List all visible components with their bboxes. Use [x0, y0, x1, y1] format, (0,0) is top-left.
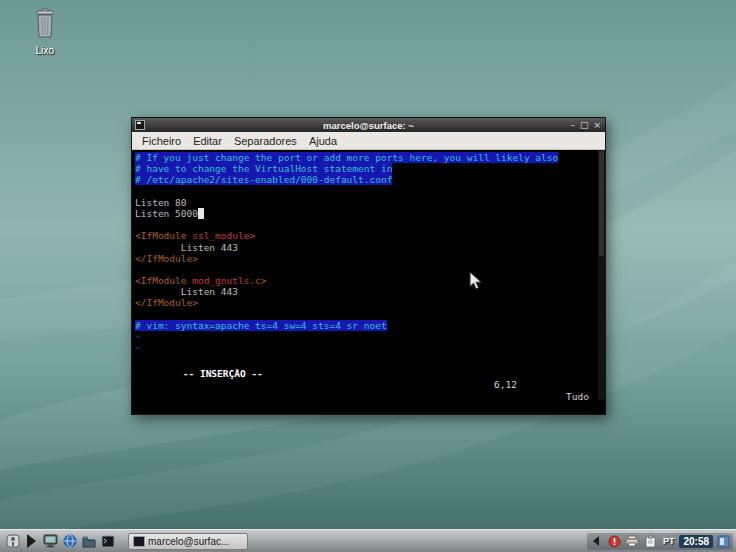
maximize-button[interactable]: □ [580, 118, 589, 132]
terminal-text-segment: mod_gnutls.c [192, 275, 261, 286]
terminal-text-segment: Listen 5000 [135, 208, 198, 219]
vim-scroll-indicator: Tudo [566, 391, 589, 402]
show-desktop-icon[interactable] [23, 533, 40, 550]
show-desktop-triangle [27, 534, 36, 548]
terminal-text-segment: > [261, 275, 267, 286]
terminal-launcher-icon[interactable] [99, 533, 116, 550]
terminal-line: <IfModule mod_gnutls.c> [135, 275, 605, 286]
terminal-line [135, 219, 605, 230]
collapse-triangle [593, 536, 599, 546]
terminal-line: Listen 80 [135, 197, 605, 208]
terminal-line: Listen 443 [135, 286, 605, 297]
update-notifier-icon[interactable] [607, 534, 622, 549]
mouse-cursor [469, 271, 483, 291]
terminal-line: ~ [135, 331, 605, 342]
terminal-icon [135, 120, 145, 130]
terminal-line: # have to change the VirtualHost stateme… [135, 163, 605, 174]
tray-collapse-arrow-icon[interactable] [589, 534, 604, 549]
terminal-icon [133, 536, 145, 547]
terminal-text-segment: > [249, 230, 255, 241]
terminal-text-segment: <IfModule [135, 230, 192, 241]
terminal-text-segment: # have to change the VirtualHost stateme… [135, 163, 392, 174]
menu-ficheiro[interactable]: Ficheiro [136, 134, 187, 148]
terminal-line [135, 186, 605, 197]
terminal-line: ~ [135, 342, 605, 353]
terminal-text-segment: ~ [135, 331, 141, 342]
menu-bar: Ficheiro Editar Separadores Ajuda [132, 132, 605, 150]
system-tray: PT 20:58 [587, 533, 733, 550]
trash-icon[interactable]: Lixo [22, 8, 68, 56]
terminal-line: </IfModule> [135, 297, 605, 308]
taskbar-clock[interactable]: 20:58 [679, 535, 713, 548]
window-title: marcelo@surface: ~ [323, 120, 414, 131]
workspace-applet-icon[interactable] [716, 534, 731, 549]
terminal-line: # vim: syntax=apache ts=4 sw=4 sts=4 sr … [135, 320, 605, 331]
close-button[interactable]: × [593, 118, 601, 132]
terminal-lines: # If you just change the port or add mor… [135, 152, 605, 357]
desktop: Lixo marcelo@surface: ~ – □ × Ficheiro E… [0, 0, 736, 552]
terminal-text-segment: # /etc/apache2/sites-enabled/000-default… [135, 174, 392, 185]
terminal-line [135, 264, 605, 275]
terminal-line: # If you just change the port or add mor… [135, 152, 605, 163]
terminal-text-segment: Listen 443 [135, 286, 238, 297]
terminal-text-segment: Listen 80 [135, 197, 186, 208]
terminal-line: <IfModule ssl_module> [135, 230, 605, 241]
terminal-scrollbar[interactable] [598, 150, 605, 400]
terminal-line [135, 309, 605, 320]
keyboard-layout-indicator[interactable]: PT [661, 536, 677, 546]
window-titlebar[interactable]: marcelo@surface: ~ – □ × [132, 118, 605, 132]
terminal-line: Listen 5000 [135, 208, 605, 219]
minimize-button[interactable]: – [570, 118, 575, 132]
terminal-text-segment: Listen 443 [135, 242, 238, 253]
printer-icon[interactable] [625, 534, 640, 549]
terminal-text-segment: ssl_module [192, 230, 249, 241]
menu-editar[interactable]: Editar [187, 134, 228, 148]
terminal-text-segment: ~ [135, 342, 141, 353]
terminal-text-segment: # vim: syntax=apache ts=4 sw=4 sts=4 sr … [135, 320, 387, 331]
taskbar-window-button[interactable]: marcelo@surfac... [128, 533, 248, 550]
trash-can-icon [30, 8, 60, 40]
browser-globe-icon[interactable] [61, 533, 78, 550]
clipboard-icon[interactable] [643, 534, 658, 549]
app-menu-icon[interactable] [4, 533, 21, 550]
terminal-line: # /etc/apache2/sites-enabled/000-default… [135, 174, 605, 185]
vim-statusline: -- INSERÇÃO -- 6,12 Tudo [135, 357, 605, 413]
terminal-text-segment: </IfModule> [135, 297, 198, 308]
scrollbar-thumb[interactable] [599, 151, 604, 256]
taskbar: marcelo@surfac... PT 20:58 [0, 529, 736, 552]
window-controls: – □ × [570, 118, 601, 132]
terminal-text-segment: # If you just change the port or add mor… [135, 152, 558, 163]
file-manager-icon[interactable] [80, 533, 97, 550]
terminal-line: </IfModule> [135, 253, 605, 264]
display-icon[interactable] [42, 533, 59, 550]
terminal-text-segment: </IfModule> [135, 253, 198, 264]
terminal-window: marcelo@surface: ~ – □ × Ficheiro Editar… [131, 117, 606, 415]
menu-ajuda[interactable]: Ajuda [303, 134, 343, 148]
menu-separadores[interactable]: Separadores [228, 134, 303, 148]
trash-label: Lixo [22, 45, 68, 56]
terminal-content[interactable]: # If you just change the port or add mor… [132, 150, 605, 414]
terminal-line: Listen 443 [135, 242, 605, 253]
terminal-text-segment: <IfModule [135, 275, 192, 286]
taskbar-window-label: marcelo@surfac... [148, 536, 229, 547]
vim-mode-indicator: -- INSERÇÃO -- [181, 368, 263, 379]
vim-cursor-position: 6,12 [494, 379, 517, 390]
terminal-cursor [198, 208, 204, 219]
